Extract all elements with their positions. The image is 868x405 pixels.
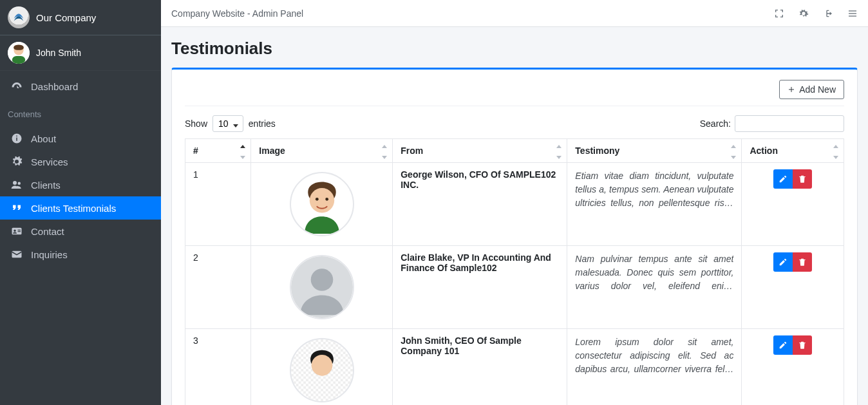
nav-contents: About Services Clients Clients Testimoni… bbox=[0, 123, 161, 270]
user-panel[interactable]: John Smith bbox=[0, 35, 161, 71]
col-from[interactable]: From bbox=[393, 139, 567, 163]
col-testimony[interactable]: Testimony bbox=[567, 139, 742, 163]
cell-image bbox=[251, 246, 393, 329]
nav-services[interactable]: Services bbox=[0, 150, 161, 173]
entries-select[interactable]: 10 bbox=[212, 115, 243, 132]
plus-icon bbox=[788, 86, 795, 93]
svg-rect-14 bbox=[849, 13, 856, 14]
sort-desc-icon bbox=[556, 151, 561, 162]
svg-point-19 bbox=[325, 198, 328, 201]
svg-rect-5 bbox=[16, 136, 17, 137]
testimonial-avatar-icon bbox=[290, 172, 354, 236]
cell-image bbox=[251, 329, 393, 406]
sort-asc-icon bbox=[240, 140, 245, 151]
sort-asc-icon bbox=[833, 140, 838, 151]
sort-desc-icon bbox=[240, 151, 245, 162]
testimonials-card: Add New Show 10 entries Searc bbox=[171, 68, 858, 405]
col-action[interactable]: Action bbox=[742, 139, 844, 163]
user-avatar-icon bbox=[8, 42, 30, 64]
fullscreen-icon[interactable] bbox=[774, 8, 784, 19]
sort-asc-icon bbox=[731, 140, 736, 151]
add-new-label: Add New bbox=[799, 84, 836, 95]
cell-action bbox=[742, 163, 844, 246]
cell-testimony: Nam pulvinar tempus ante sit amet malesu… bbox=[567, 246, 742, 329]
nav-label: Dashboard bbox=[31, 81, 78, 92]
cell-testimony: Etiam vitae diam tincidunt, vulputate te… bbox=[567, 163, 742, 246]
nav-contact[interactable]: Contact bbox=[0, 220, 161, 243]
cell-num: 1 bbox=[185, 163, 251, 246]
sort-desc-icon bbox=[833, 151, 838, 162]
info-icon bbox=[10, 133, 23, 144]
trash-icon bbox=[798, 174, 807, 184]
table-row: 3John Smith, CEO Of Sample Company 101Lo… bbox=[185, 329, 844, 406]
topbar-actions bbox=[774, 8, 858, 19]
cell-from: Claire Blake, VP In Accounting And Finan… bbox=[393, 246, 567, 329]
cell-num: 2 bbox=[185, 246, 251, 329]
col-num[interactable]: # bbox=[185, 139, 251, 163]
svg-point-18 bbox=[316, 198, 319, 201]
nav-header-contents: Contents bbox=[0, 102, 161, 123]
sidebar: Our Company John Smith Dashboard Content… bbox=[0, 0, 161, 405]
search-input[interactable] bbox=[735, 115, 844, 132]
table-row: 1George Wilson, CFO Of SAMPLE102 INC.Eti… bbox=[185, 163, 844, 246]
delete-button[interactable] bbox=[793, 252, 812, 272]
trash-icon bbox=[798, 258, 807, 267]
cell-from: George Wilson, CFO Of SAMPLE102 INC. bbox=[393, 163, 567, 246]
svg-point-9 bbox=[14, 230, 15, 232]
nav-label: Services bbox=[31, 156, 68, 167]
nav-inquiries[interactable]: Inquiries bbox=[0, 243, 161, 266]
quote-icon bbox=[10, 202, 23, 214]
trash-icon bbox=[798, 341, 807, 350]
cell-num: 3 bbox=[185, 329, 251, 406]
search-control: Search: bbox=[700, 115, 844, 132]
nav-dashboard[interactable]: Dashboard bbox=[0, 75, 161, 98]
delete-button[interactable] bbox=[793, 169, 812, 189]
svg-rect-2 bbox=[12, 56, 25, 64]
svg-point-21 bbox=[310, 268, 333, 291]
nav-about[interactable]: About bbox=[0, 127, 161, 150]
edit-icon bbox=[778, 341, 788, 350]
sign-out-icon[interactable] bbox=[823, 8, 833, 19]
testimonial-avatar-icon bbox=[290, 255, 354, 319]
nav-clients[interactable]: Clients bbox=[0, 173, 161, 196]
address-card-icon bbox=[10, 225, 23, 237]
edit-button[interactable] bbox=[773, 252, 793, 272]
delete-button[interactable] bbox=[793, 335, 812, 355]
cell-action bbox=[742, 246, 844, 329]
svg-rect-4 bbox=[16, 138, 17, 141]
nav-label: About bbox=[31, 133, 56, 144]
table-row: 2Claire Blake, VP In Accounting And Fina… bbox=[185, 246, 844, 329]
tachometer-icon bbox=[10, 80, 23, 92]
col-image[interactable]: Image bbox=[251, 139, 393, 163]
edit-button[interactable] bbox=[773, 335, 793, 355]
nav-testimonials[interactable]: Clients Testimonials bbox=[0, 196, 161, 220]
brand[interactable]: Our Company bbox=[0, 0, 161, 35]
length-control: Show 10 entries bbox=[185, 115, 276, 132]
sort-asc-icon bbox=[382, 140, 387, 151]
users-icon bbox=[10, 179, 23, 191]
svg-rect-13 bbox=[849, 10, 856, 11]
page-title: Testimonials bbox=[171, 39, 858, 59]
sort-desc-icon bbox=[731, 151, 736, 162]
envelope-icon bbox=[10, 249, 23, 260]
svg-point-6 bbox=[13, 181, 17, 185]
sort-asc-icon bbox=[556, 140, 561, 151]
cell-testimony: Lorem ipsum dolor sit amet, consectetur … bbox=[567, 329, 742, 406]
gear-icon[interactable] bbox=[798, 8, 809, 19]
svg-rect-10 bbox=[18, 230, 21, 231]
show-prefix: Show bbox=[185, 118, 207, 129]
brand-name: Our Company bbox=[36, 12, 96, 23]
svg-point-26 bbox=[311, 355, 332, 376]
show-suffix: entries bbox=[249, 118, 276, 129]
add-new-button[interactable]: Add New bbox=[779, 80, 844, 99]
nav-label: Clients bbox=[31, 180, 61, 191]
svg-rect-11 bbox=[18, 231, 21, 232]
edit-button[interactable] bbox=[773, 169, 793, 189]
svg-point-7 bbox=[18, 182, 21, 185]
cell-image bbox=[251, 163, 393, 246]
svg-rect-15 bbox=[849, 15, 856, 16]
search-label-text: Search: bbox=[700, 118, 731, 129]
topbar-title: Company Website - Admin Panel bbox=[171, 8, 303, 19]
sort-desc-icon bbox=[382, 151, 387, 162]
menu-icon[interactable] bbox=[847, 8, 858, 19]
